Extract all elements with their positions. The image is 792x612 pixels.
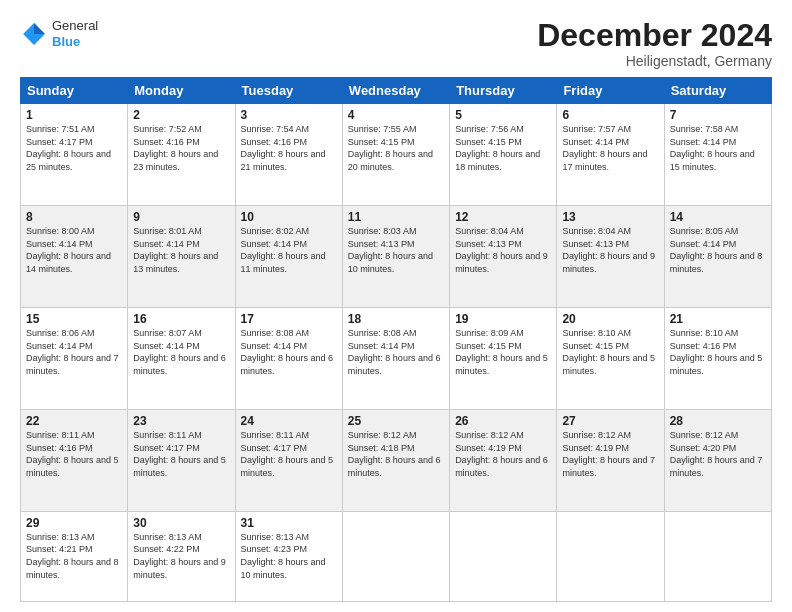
day-cell: 24 Sunrise: 8:11 AMSunset: 4:17 PMDaylig…	[235, 409, 342, 511]
day-cell: 27 Sunrise: 8:12 AMSunset: 4:19 PMDaylig…	[557, 409, 664, 511]
day-info: Sunrise: 8:13 AMSunset: 4:23 PMDaylight:…	[241, 531, 337, 581]
day-number: 4	[348, 108, 444, 122]
day-cell: 20 Sunrise: 8:10 AMSunset: 4:15 PMDaylig…	[557, 308, 664, 410]
day-number: 29	[26, 516, 122, 530]
day-cell: 29 Sunrise: 8:13 AMSunset: 4:21 PMDaylig…	[21, 511, 128, 601]
col-thursday: Thursday	[450, 78, 557, 104]
day-info: Sunrise: 8:10 AMSunset: 4:16 PMDaylight:…	[670, 327, 766, 377]
day-info: Sunrise: 8:12 AMSunset: 4:19 PMDaylight:…	[562, 429, 658, 479]
day-number: 18	[348, 312, 444, 326]
day-number: 19	[455, 312, 551, 326]
week-row-3: 15 Sunrise: 8:06 AMSunset: 4:14 PMDaylig…	[21, 308, 772, 410]
day-number: 10	[241, 210, 337, 224]
day-number: 28	[670, 414, 766, 428]
day-cell: 10 Sunrise: 8:02 AMSunset: 4:14 PMDaylig…	[235, 206, 342, 308]
day-number: 6	[562, 108, 658, 122]
day-cell: 9 Sunrise: 8:01 AMSunset: 4:14 PMDayligh…	[128, 206, 235, 308]
day-cell: 17 Sunrise: 8:08 AMSunset: 4:14 PMDaylig…	[235, 308, 342, 410]
day-cell: 31 Sunrise: 8:13 AMSunset: 4:23 PMDaylig…	[235, 511, 342, 601]
day-cell: 1 Sunrise: 7:51 AMSunset: 4:17 PMDayligh…	[21, 104, 128, 206]
day-cell	[342, 511, 449, 601]
day-cell: 14 Sunrise: 8:05 AMSunset: 4:14 PMDaylig…	[664, 206, 771, 308]
day-number: 9	[133, 210, 229, 224]
day-info: Sunrise: 8:01 AMSunset: 4:14 PMDaylight:…	[133, 225, 229, 275]
day-cell: 11 Sunrise: 8:03 AMSunset: 4:13 PMDaylig…	[342, 206, 449, 308]
day-cell: 13 Sunrise: 8:04 AMSunset: 4:13 PMDaylig…	[557, 206, 664, 308]
logo-icon	[20, 20, 48, 48]
day-info: Sunrise: 8:13 AMSunset: 4:22 PMDaylight:…	[133, 531, 229, 581]
day-cell: 23 Sunrise: 8:11 AMSunset: 4:17 PMDaylig…	[128, 409, 235, 511]
svg-marker-1	[34, 23, 45, 34]
day-number: 27	[562, 414, 658, 428]
day-info: Sunrise: 8:00 AMSunset: 4:14 PMDaylight:…	[26, 225, 122, 275]
day-number: 8	[26, 210, 122, 224]
logo-text: General Blue	[52, 18, 98, 49]
day-number: 12	[455, 210, 551, 224]
day-cell: 7 Sunrise: 7:58 AMSunset: 4:14 PMDayligh…	[664, 104, 771, 206]
day-cell: 15 Sunrise: 8:06 AMSunset: 4:14 PMDaylig…	[21, 308, 128, 410]
header: General Blue December 2024 Heiligenstadt…	[20, 18, 772, 69]
day-info: Sunrise: 8:08 AMSunset: 4:14 PMDaylight:…	[348, 327, 444, 377]
day-info: Sunrise: 8:02 AMSunset: 4:14 PMDaylight:…	[241, 225, 337, 275]
day-number: 11	[348, 210, 444, 224]
day-info: Sunrise: 8:07 AMSunset: 4:14 PMDaylight:…	[133, 327, 229, 377]
day-cell: 2 Sunrise: 7:52 AMSunset: 4:16 PMDayligh…	[128, 104, 235, 206]
day-number: 3	[241, 108, 337, 122]
col-friday: Friday	[557, 78, 664, 104]
day-info: Sunrise: 8:12 AMSunset: 4:19 PMDaylight:…	[455, 429, 551, 479]
col-wednesday: Wednesday	[342, 78, 449, 104]
day-info: Sunrise: 8:10 AMSunset: 4:15 PMDaylight:…	[562, 327, 658, 377]
calendar-table: Sunday Monday Tuesday Wednesday Thursday…	[20, 77, 772, 602]
day-number: 24	[241, 414, 337, 428]
day-number: 5	[455, 108, 551, 122]
day-cell: 18 Sunrise: 8:08 AMSunset: 4:14 PMDaylig…	[342, 308, 449, 410]
day-info: Sunrise: 8:11 AMSunset: 4:17 PMDaylight:…	[241, 429, 337, 479]
day-info: Sunrise: 8:12 AMSunset: 4:18 PMDaylight:…	[348, 429, 444, 479]
day-cell: 26 Sunrise: 8:12 AMSunset: 4:19 PMDaylig…	[450, 409, 557, 511]
day-cell: 5 Sunrise: 7:56 AMSunset: 4:15 PMDayligh…	[450, 104, 557, 206]
day-cell: 19 Sunrise: 8:09 AMSunset: 4:15 PMDaylig…	[450, 308, 557, 410]
day-info: Sunrise: 8:03 AMSunset: 4:13 PMDaylight:…	[348, 225, 444, 275]
logo-general: General	[52, 18, 98, 34]
day-cell: 21 Sunrise: 8:10 AMSunset: 4:16 PMDaylig…	[664, 308, 771, 410]
day-info: Sunrise: 8:12 AMSunset: 4:20 PMDaylight:…	[670, 429, 766, 479]
col-tuesday: Tuesday	[235, 78, 342, 104]
day-cell	[557, 511, 664, 601]
day-number: 26	[455, 414, 551, 428]
week-row-4: 22 Sunrise: 8:11 AMSunset: 4:16 PMDaylig…	[21, 409, 772, 511]
day-cell: 28 Sunrise: 8:12 AMSunset: 4:20 PMDaylig…	[664, 409, 771, 511]
day-info: Sunrise: 7:54 AMSunset: 4:16 PMDaylight:…	[241, 123, 337, 173]
day-number: 15	[26, 312, 122, 326]
day-info: Sunrise: 7:58 AMSunset: 4:14 PMDaylight:…	[670, 123, 766, 173]
day-number: 1	[26, 108, 122, 122]
day-number: 23	[133, 414, 229, 428]
col-sunday: Sunday	[21, 78, 128, 104]
logo-blue: Blue	[52, 34, 98, 50]
day-info: Sunrise: 7:57 AMSunset: 4:14 PMDaylight:…	[562, 123, 658, 173]
col-monday: Monday	[128, 78, 235, 104]
week-row-1: 1 Sunrise: 7:51 AMSunset: 4:17 PMDayligh…	[21, 104, 772, 206]
day-info: Sunrise: 7:55 AMSunset: 4:15 PMDaylight:…	[348, 123, 444, 173]
day-info: Sunrise: 8:11 AMSunset: 4:17 PMDaylight:…	[133, 429, 229, 479]
day-cell: 6 Sunrise: 7:57 AMSunset: 4:14 PMDayligh…	[557, 104, 664, 206]
day-cell: 16 Sunrise: 8:07 AMSunset: 4:14 PMDaylig…	[128, 308, 235, 410]
day-cell	[664, 511, 771, 601]
day-info: Sunrise: 8:04 AMSunset: 4:13 PMDaylight:…	[455, 225, 551, 275]
page: General Blue December 2024 Heiligenstadt…	[0, 0, 792, 612]
week-row-2: 8 Sunrise: 8:00 AMSunset: 4:14 PMDayligh…	[21, 206, 772, 308]
day-info: Sunrise: 8:13 AMSunset: 4:21 PMDaylight:…	[26, 531, 122, 581]
day-cell: 3 Sunrise: 7:54 AMSunset: 4:16 PMDayligh…	[235, 104, 342, 206]
day-info: Sunrise: 8:06 AMSunset: 4:14 PMDaylight:…	[26, 327, 122, 377]
month-title: December 2024	[537, 18, 772, 53]
day-info: Sunrise: 7:52 AMSunset: 4:16 PMDaylight:…	[133, 123, 229, 173]
day-number: 16	[133, 312, 229, 326]
day-cell: 25 Sunrise: 8:12 AMSunset: 4:18 PMDaylig…	[342, 409, 449, 511]
day-info: Sunrise: 8:04 AMSunset: 4:13 PMDaylight:…	[562, 225, 658, 275]
day-cell: 4 Sunrise: 7:55 AMSunset: 4:15 PMDayligh…	[342, 104, 449, 206]
day-cell: 22 Sunrise: 8:11 AMSunset: 4:16 PMDaylig…	[21, 409, 128, 511]
day-number: 25	[348, 414, 444, 428]
day-number: 14	[670, 210, 766, 224]
day-number: 31	[241, 516, 337, 530]
location: Heiligenstadt, Germany	[537, 53, 772, 69]
day-number: 17	[241, 312, 337, 326]
